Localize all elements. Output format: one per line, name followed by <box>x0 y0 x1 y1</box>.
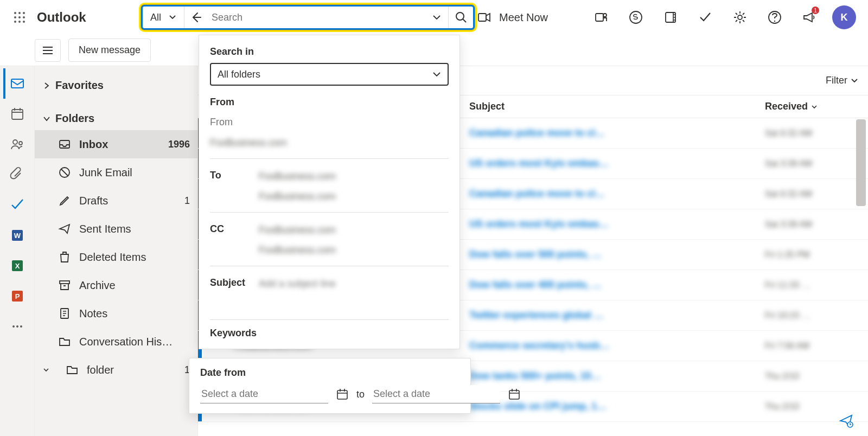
svg-rect-10 <box>478 14 486 21</box>
waffle-icon <box>13 11 26 24</box>
account-button[interactable]: K <box>827 0 861 35</box>
search-folder-value: All folders <box>218 69 260 80</box>
svg-rect-20 <box>12 110 23 119</box>
send-later-button[interactable] <box>839 413 854 428</box>
send-clock-icon <box>839 413 854 428</box>
search-from-input[interactable] <box>210 112 449 133</box>
teams-icon <box>594 10 608 24</box>
folder-icon <box>65 363 79 376</box>
folder-label: Junk Email <box>79 166 190 179</box>
archive-icon <box>58 279 72 292</box>
divider <box>210 319 449 320</box>
nav-toggle-button[interactable] <box>35 39 61 62</box>
date-from-picker[interactable] <box>336 388 349 401</box>
new-message-button[interactable]: New message <box>68 39 151 62</box>
folders-section[interactable]: Folders <box>35 107 197 130</box>
skype-icon <box>629 10 643 24</box>
search-bar: All <box>141 5 475 30</box>
search-back-button[interactable] <box>184 7 207 28</box>
meet-now-button[interactable]: Meet Now <box>477 10 548 24</box>
col-received[interactable]: Received <box>765 101 868 112</box>
rail-todo[interactable] <box>4 190 30 220</box>
rail-mail[interactable] <box>3 68 29 99</box>
svg-point-9 <box>456 12 464 20</box>
folder-item-conversation-his-[interactable]: Conversation His… <box>35 328 197 356</box>
scrollbar[interactable] <box>856 119 866 206</box>
arrow-left-icon <box>190 11 202 23</box>
attachment-icon <box>10 167 25 182</box>
calendar-icon <box>336 388 349 401</box>
svg-point-30 <box>16 325 18 328</box>
svg-point-12 <box>603 14 607 17</box>
drafts-icon <box>58 194 72 207</box>
onenote-button[interactable] <box>653 0 688 35</box>
search-to-input[interactable] <box>259 166 449 187</box>
rail-word[interactable]: W <box>4 220 30 251</box>
svg-point-17 <box>774 21 775 22</box>
folder-item-inbox[interactable]: Inbox1996 <box>35 130 197 158</box>
date-from-input[interactable] <box>200 385 328 403</box>
message-received: Fri 7:56 AM <box>765 341 868 351</box>
svg-point-4 <box>18 16 21 18</box>
date-to-picker[interactable] <box>508 388 521 401</box>
meet-now-label: Meet Now <box>499 11 548 24</box>
folder-label: Sent Items <box>79 223 190 235</box>
onenote-icon <box>663 10 678 24</box>
search-scope-dropdown[interactable]: All <box>143 7 184 28</box>
filter-label: Filter <box>826 75 847 86</box>
message-subject: Dow falls over 500 points, … <box>469 249 765 260</box>
search-cc-suggestion[interactable] <box>259 240 449 260</box>
folder-item-archive[interactable]: Archive <box>35 271 197 299</box>
search-folder-select[interactable]: All folders <box>210 63 449 86</box>
svg-point-8 <box>23 21 25 23</box>
folder-item-folder[interactable]: folder1 <box>35 356 197 384</box>
more-icon <box>10 319 25 334</box>
folder-item-deleted-items[interactable]: Deleted Items <box>35 243 197 271</box>
folder-item-notes[interactable]: Notes <box>35 299 197 328</box>
favorites-section[interactable]: Favorites <box>35 74 197 97</box>
search-submit-button[interactable] <box>448 7 473 28</box>
search-subject-suggestion[interactable] <box>259 294 449 314</box>
date-to-input[interactable] <box>372 385 500 403</box>
col-subject[interactable]: Subject <box>469 101 765 112</box>
rail-powerpoint[interactable]: P <box>4 281 30 311</box>
rail-files[interactable] <box>4 159 30 190</box>
filter-button[interactable]: Filter <box>826 75 858 86</box>
search-filters-toggle[interactable] <box>425 7 448 28</box>
folder-item-drafts[interactable]: Drafts1 <box>35 187 197 215</box>
chevron-down-icon <box>432 70 441 79</box>
people-icon <box>10 137 25 152</box>
app-launcher-button[interactable] <box>7 4 33 30</box>
teams-button[interactable] <box>584 0 618 35</box>
skype-button[interactable] <box>618 0 653 35</box>
rail-excel[interactable]: X <box>4 251 30 281</box>
rail-people[interactable] <box>4 129 30 159</box>
hamburger-icon <box>42 44 54 56</box>
header-icon-group: 1 K <box>584 0 861 35</box>
search-subject-input[interactable] <box>259 274 449 294</box>
message-received: Sat 3:39 AM <box>765 220 868 229</box>
search-cc-input[interactable] <box>259 220 449 240</box>
help-button[interactable] <box>757 0 792 35</box>
search-in-label: Search in <box>210 46 449 57</box>
search-input[interactable] <box>207 12 425 23</box>
search-to-suggestion[interactable] <box>259 187 449 207</box>
message-received: Fri 10:23 … <box>765 311 868 320</box>
chevron-down-icon <box>42 366 50 374</box>
app-rail: W X P <box>0 66 35 436</box>
col-received-label: Received <box>765 101 808 112</box>
message-received: Sat 3:39 AM <box>765 159 868 169</box>
folder-label: Archive <box>79 279 190 292</box>
settings-button[interactable] <box>723 0 757 35</box>
rail-calendar[interactable] <box>4 99 30 129</box>
folder-item-junk-email[interactable]: Junk Email <box>35 158 197 187</box>
notifications-button[interactable]: 1 <box>792 0 827 35</box>
todo-button[interactable] <box>688 0 723 35</box>
video-icon <box>477 10 492 24</box>
search-scope-label: All <box>150 12 161 23</box>
search-from-suggestion[interactable] <box>210 133 449 153</box>
chevron-down-icon <box>42 114 51 123</box>
folder-item-sent-items[interactable]: Sent Items <box>35 215 197 243</box>
divider <box>210 158 449 159</box>
rail-more[interactable] <box>4 311 30 342</box>
